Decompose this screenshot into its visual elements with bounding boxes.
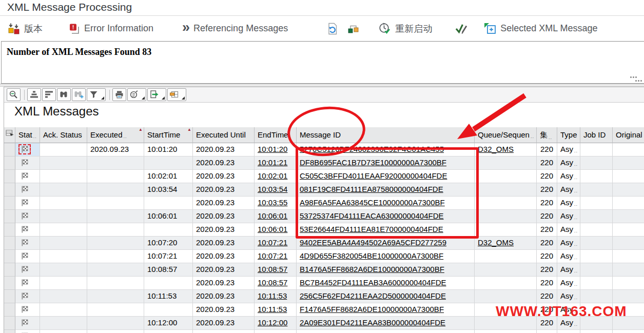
status-cell[interactable] bbox=[15, 303, 40, 317]
status-cell[interactable] bbox=[15, 250, 40, 263]
column-header-queue[interactable]: Queue/Sequen.. bbox=[475, 127, 537, 143]
cell-msgid[interactable]: 2A09E301FD4211EAA83B000000404FDE bbox=[297, 317, 475, 330]
end-link[interactable]: 10:11:53 bbox=[258, 305, 287, 314]
status-cell[interactable] bbox=[15, 277, 40, 290]
end-link[interactable]: 10:11:53 bbox=[258, 291, 287, 300]
column-header-jobid[interactable]: Job ID bbox=[580, 127, 613, 143]
sort-descending-button[interactable] bbox=[42, 88, 56, 101]
msgid-link[interactable]: 53725374FD4111EACA63000000404FDE bbox=[300, 211, 444, 220]
row-selector[interactable] bbox=[4, 263, 15, 277]
cell-end[interactable]: 10:03:54 bbox=[255, 183, 297, 197]
row-selector[interactable] bbox=[4, 143, 15, 156]
refresh-button[interactable] bbox=[326, 22, 339, 35]
flag-icon[interactable] bbox=[19, 159, 30, 167]
status-cell[interactable] bbox=[15, 197, 40, 210]
selected-xml-message-button[interactable]: Selected XML Message bbox=[483, 22, 597, 35]
row-selector[interactable] bbox=[4, 183, 15, 197]
msgid-link[interactable]: B1476A5FF8682A6DE10000000A7300BF bbox=[300, 265, 444, 273]
row-selector[interactable] bbox=[4, 156, 15, 170]
flag-icon[interactable] bbox=[19, 212, 30, 220]
column-header-stat[interactable]: Stat.. bbox=[15, 127, 40, 143]
find-button[interactable] bbox=[57, 88, 71, 101]
compare-button[interactable] bbox=[346, 22, 360, 35]
cell-msgid[interactable]: 53725374FD4111EACA63000000404FDE bbox=[297, 210, 475, 223]
column-header-executed[interactable]: Executed..▲ bbox=[87, 127, 144, 143]
cell-end[interactable]: 10:01:20 bbox=[255, 143, 297, 156]
status-cell[interactable] bbox=[15, 170, 40, 183]
restart-button[interactable]: 重新启动 bbox=[378, 22, 432, 35]
msgid-link[interactable]: A98F6A5FAA63845CE10000000A7300BF bbox=[300, 198, 445, 207]
msgid-link[interactable]: BC7B4452FD4111EAB3A6000000404FDE bbox=[300, 278, 446, 287]
msgid-link[interactable]: F1476A5FF8682A6DE10000000A7300BF bbox=[300, 305, 444, 314]
views-button[interactable] bbox=[127, 88, 146, 101]
export-button[interactable] bbox=[147, 88, 166, 101]
row-selector[interactable] bbox=[4, 223, 15, 237]
msgid-link[interactable]: 2A09E301FD4211EAA83B000000404FDE bbox=[300, 318, 445, 327]
flag-icon[interactable] bbox=[19, 252, 30, 260]
row-selector[interactable] bbox=[4, 303, 15, 317]
flag-icon[interactable] bbox=[19, 172, 30, 180]
cell-queue[interactable]: D32_OMS bbox=[475, 143, 537, 156]
cell-end[interactable]: 10:08:57 bbox=[255, 277, 297, 290]
end-link[interactable]: 10:03:54 bbox=[258, 185, 287, 193]
msgid-link[interactable]: 53E26644FD4111EA81E7000000404FDE bbox=[300, 225, 443, 233]
cell-msgid[interactable]: BC7B4452FD4111EAB3A6000000404FDE bbox=[297, 277, 475, 290]
cell-msgid[interactable]: C505C3BFFD4011EAAF92000000404FDE bbox=[297, 170, 475, 183]
cell-end[interactable]: 10:02:01 bbox=[255, 170, 297, 183]
flag-icon[interactable] bbox=[19, 292, 30, 300]
cell-end[interactable]: 10:08:57 bbox=[255, 263, 297, 277]
row-selector[interactable] bbox=[4, 330, 15, 333]
cell-msgid[interactable]: 256C5F62FD4211EAA2D5000000404FDE bbox=[297, 290, 475, 303]
column-header-original[interactable]: Original bbox=[613, 127, 644, 143]
queue-link[interactable]: D32_OMS bbox=[478, 145, 514, 153]
status-cell[interactable] bbox=[15, 237, 40, 250]
status-cell[interactable] bbox=[15, 330, 40, 333]
cell-msgid[interactable]: F0F26A5FFF43143E710000000A300B0B bbox=[297, 330, 475, 333]
cell-end[interactable]: 10:11:53 bbox=[255, 290, 297, 303]
end-link[interactable]: 10:01:20 bbox=[258, 145, 287, 153]
status-cell[interactable] bbox=[15, 156, 40, 170]
cell-end[interactable]: 10:11:53 bbox=[255, 303, 297, 317]
flag-icon[interactable] bbox=[19, 225, 30, 233]
status-cell[interactable] bbox=[15, 183, 40, 197]
cell-end[interactable]: 10:06:01 bbox=[255, 223, 297, 237]
flag-icon[interactable] bbox=[19, 279, 30, 287]
end-link[interactable]: 10:12:00 bbox=[258, 318, 287, 327]
set-filter-button[interactable] bbox=[87, 88, 106, 101]
cell-msgid[interactable]: DF8B695FAC1B7D73E10000000A7300BF bbox=[297, 156, 475, 170]
msgid-link[interactable]: 081F19C8FD4111EA8758000000404FDE bbox=[300, 185, 443, 193]
column-header-end[interactable]: EndTime bbox=[255, 127, 297, 143]
row-selector[interactable] bbox=[4, 290, 15, 303]
msgid-link[interactable]: DF8B695FAC1B7D73E10000000A7300BF bbox=[300, 158, 446, 167]
cell-end[interactable]: 10:12:00 bbox=[255, 317, 297, 330]
status-cell[interactable] bbox=[15, 317, 40, 330]
queue-link[interactable]: D32_OMS bbox=[478, 238, 514, 247]
msgid-link[interactable]: 4D9D655F3820054BE10000000A7300BF bbox=[300, 251, 443, 260]
find-next-button[interactable] bbox=[72, 88, 86, 101]
row-selector[interactable] bbox=[4, 210, 15, 223]
row-selector[interactable] bbox=[4, 277, 15, 290]
status-cell[interactable] bbox=[15, 210, 40, 223]
cell-msgid[interactable]: A98F6A5FAA63845CE10000000A7300BF bbox=[297, 197, 475, 210]
end-link[interactable]: 10:07:21 bbox=[258, 238, 287, 247]
end-link[interactable]: 10:01:21 bbox=[258, 158, 287, 167]
choose-layout-button[interactable] bbox=[167, 88, 186, 101]
msgid-link[interactable]: 9402EE5ABA4A494502A69A5CFD277259 bbox=[300, 238, 446, 247]
flag-icon[interactable] bbox=[19, 319, 30, 327]
cell-queue[interactable]: D32_OMS bbox=[475, 237, 537, 250]
confirm-button[interactable] bbox=[455, 22, 468, 35]
column-header-type[interactable]: Type bbox=[557, 127, 580, 143]
end-link[interactable]: 10:03:55 bbox=[258, 198, 287, 207]
end-link[interactable]: 10:02:01 bbox=[258, 171, 287, 180]
column-header-start[interactable]: StartTime▲ bbox=[144, 127, 193, 143]
cell-msgid[interactable]: 081F19C8FD4111EA8758000000404FDE bbox=[297, 183, 475, 197]
msgid-link[interactable]: 5270C5126BF24002336E92F4C01AC455 bbox=[300, 145, 444, 153]
column-header-ack[interactable]: Ack. Status bbox=[40, 127, 87, 143]
column-header-msgid[interactable]: Message ID bbox=[297, 127, 475, 143]
end-link[interactable]: 10:08:57 bbox=[258, 278, 287, 287]
flag-icon[interactable] bbox=[19, 239, 30, 247]
row-selector[interactable] bbox=[4, 237, 15, 250]
column-header-ji[interactable]: 集.. bbox=[537, 127, 557, 143]
flag-icon[interactable] bbox=[19, 145, 30, 153]
end-link[interactable]: 10:06:01 bbox=[258, 225, 287, 233]
